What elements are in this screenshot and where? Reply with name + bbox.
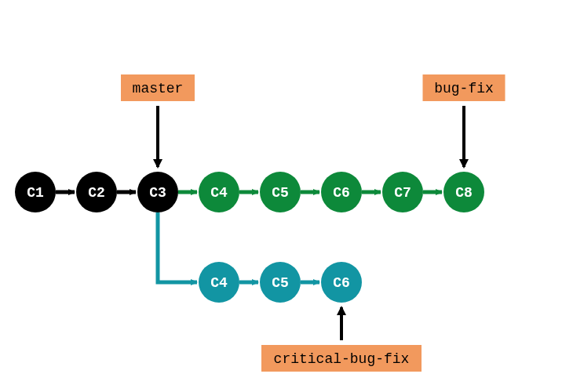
commit-label: C1 [27, 185, 44, 201]
branch-tag-bug-fix: bug-fix [423, 74, 505, 167]
commit-label: C5 [272, 275, 289, 291]
branch-tag-critical-bug-fix: critical-bug-fix [261, 307, 422, 372]
commit-label: C7 [394, 185, 411, 201]
edge-C3-C4_teal [158, 212, 197, 282]
commit-label: C5 [272, 185, 289, 201]
tags-layer: masterbug-fixcritical-bug-fix [121, 74, 505, 372]
edges-layer [56, 192, 442, 282]
branch-tag-label: bug-fix [434, 81, 494, 96]
commit-node-C1: C1 [15, 172, 56, 212]
branch-tag-label: critical-bug-fix [274, 351, 410, 367]
commit-node-C5: C5 [260, 172, 301, 212]
branch-tag-master: master [121, 74, 195, 167]
commit-label: C6 [333, 185, 350, 201]
git-branch-diagram: C1C2C3C4C5C6C7C8C4C5C6 masterbug-fixcrit… [0, 0, 573, 392]
commit-label: C3 [149, 185, 166, 201]
commit-label: C4 [210, 185, 228, 201]
commit-node-C5: C5 [260, 262, 301, 303]
commit-label: C2 [88, 185, 105, 201]
commit-node-C4: C4 [199, 262, 239, 303]
commit-node-C4: C4 [199, 172, 239, 212]
commit-label: C8 [455, 185, 473, 201]
branch-tag-label: master [133, 81, 184, 96]
commit-node-C3: C3 [137, 172, 178, 212]
commit-node-C2: C2 [76, 172, 117, 212]
commit-node-C6: C6 [321, 172, 362, 212]
commit-node-C7: C7 [382, 172, 423, 212]
commit-node-C8: C8 [443, 172, 484, 212]
commit-node-C6: C6 [321, 262, 362, 303]
commit-label: C4 [210, 275, 228, 291]
commit-label: C6 [333, 275, 350, 291]
